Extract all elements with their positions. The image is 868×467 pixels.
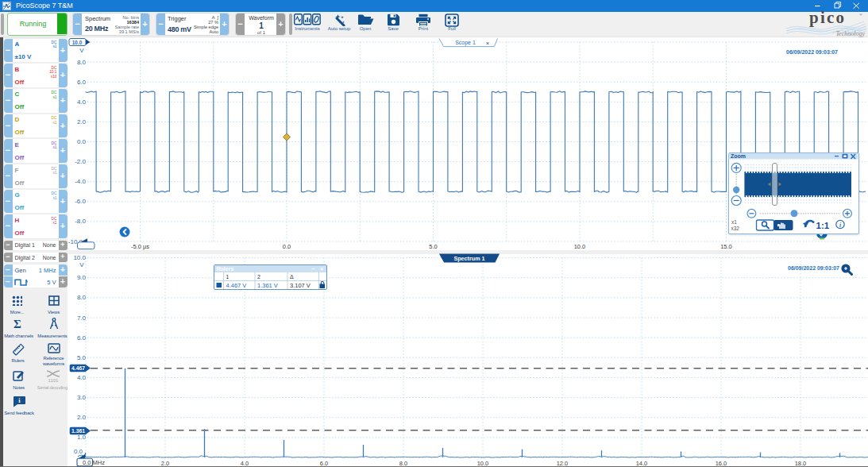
svg-text:x1: x1: [731, 219, 737, 225]
svg-text:x32: x32: [731, 226, 740, 231]
svg-text:1:1: 1:1: [816, 221, 830, 230]
svg-text:Zoom: Zoom: [731, 153, 746, 159]
